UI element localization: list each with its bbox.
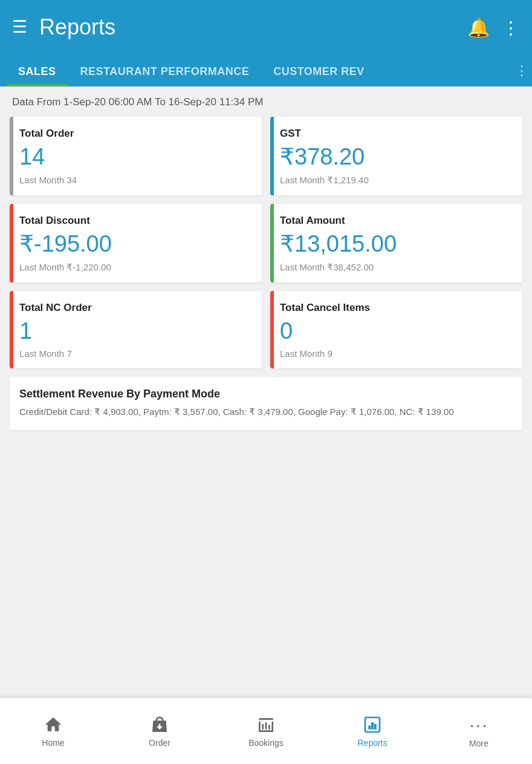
tab-sales[interactable]: SALES bbox=[6, 54, 68, 87]
nav-bookings-label: Bookings bbox=[248, 738, 284, 748]
card-total-order: Total Order 14 Last Month 34 bbox=[10, 117, 262, 195]
reports-icon bbox=[363, 715, 382, 734]
svg-rect-8 bbox=[368, 725, 371, 730]
card-total-cancel-items-last-month: Last Month 9 bbox=[280, 348, 513, 359]
svg-rect-3 bbox=[259, 730, 273, 732]
settlement-card: Settlement Revenue By Payment Mode Credi… bbox=[10, 377, 522, 430]
cards-row-3: Total NC Order 1 Last Month 7 Total Canc… bbox=[10, 291, 522, 369]
card-total-cancel-items-label: Total Cancel Items bbox=[280, 302, 513, 314]
notification-icon[interactable]: 🔔 bbox=[467, 17, 490, 38]
cards-row-2: Total Discount ₹-195.00 Last Month ₹-1,2… bbox=[10, 204, 522, 282]
nav-item-order[interactable]: Order bbox=[106, 698, 213, 764]
card-total-order-label: Total Order bbox=[19, 128, 252, 140]
svg-rect-4 bbox=[262, 723, 264, 729]
card-gst-last-month: Last Month ₹1,219.40 bbox=[280, 175, 513, 186]
card-total-amount-value: ₹13,015.00 bbox=[280, 232, 513, 257]
card-total-nc-order: Total NC Order 1 Last Month 7 bbox=[10, 291, 262, 369]
card-total-discount: Total Discount ₹-195.00 Last Month ₹-1,2… bbox=[10, 204, 262, 282]
card-total-cancel-items: Total Cancel Items 0 Last Month 9 bbox=[270, 291, 522, 369]
order-icon bbox=[150, 715, 169, 734]
nav-home-label: Home bbox=[42, 738, 64, 748]
overflow-menu-icon[interactable]: ⋮ bbox=[502, 17, 520, 38]
tab-restaurant-performance[interactable]: RESTAURANT PERFORMANCE bbox=[68, 54, 262, 87]
nav-item-home[interactable]: Home bbox=[0, 698, 106, 764]
svg-rect-9 bbox=[371, 722, 374, 730]
bookings-icon bbox=[256, 715, 276, 734]
header-actions: 🔔 ⋮ bbox=[467, 17, 520, 38]
home-icon bbox=[44, 715, 63, 734]
settlement-title: Settlement Revenue By Payment Mode bbox=[19, 388, 513, 400]
date-range: Data From 1-Sep-20 06:00 AM To 16-Sep-20… bbox=[12, 96, 522, 108]
card-total-nc-order-value: 1 bbox=[19, 319, 252, 344]
nav-item-reports[interactable]: Reports bbox=[319, 698, 426, 764]
svg-rect-6 bbox=[268, 725, 270, 730]
card-total-amount: Total Amount ₹13,015.00 Last Month ₹38,4… bbox=[270, 204, 522, 282]
nav-item-bookings[interactable]: Bookings bbox=[213, 698, 319, 764]
svg-rect-0 bbox=[259, 718, 273, 720]
main-content: Data From 1-Sep-20 06:00 AM To 16-Sep-20… bbox=[0, 87, 532, 499]
tabs-bar: SALES RESTAURANT PERFORMANCE CUSTOMER RE… bbox=[0, 54, 532, 87]
card-total-nc-order-last-month: Last Month 7 bbox=[19, 348, 252, 359]
card-total-discount-last-month: Last Month ₹-1,220.00 bbox=[19, 262, 252, 273]
nav-order-label: Order bbox=[149, 738, 170, 748]
tab-customer-rev[interactable]: CUSTOMER REV bbox=[261, 54, 377, 87]
card-total-amount-last-month: Last Month ₹38,452.00 bbox=[280, 262, 513, 273]
card-gst-label: GST bbox=[280, 128, 513, 140]
cards-row-1: Total Order 14 Last Month 34 GST ₹378.20… bbox=[10, 117, 522, 195]
menu-icon[interactable]: ☰ bbox=[12, 19, 27, 36]
card-gst-value: ₹378.20 bbox=[280, 145, 513, 170]
nav-more-label: More bbox=[469, 739, 488, 748]
card-total-amount-label: Total Amount bbox=[280, 215, 513, 227]
card-total-discount-value: ₹-195.00 bbox=[19, 232, 252, 257]
nav-reports-label: Reports bbox=[357, 738, 387, 748]
card-total-order-value: 14 bbox=[19, 145, 252, 170]
card-gst: GST ₹378.20 Last Month ₹1,219.40 bbox=[270, 117, 522, 195]
card-total-discount-label: Total Discount bbox=[19, 215, 252, 227]
bottom-nav: Home Order Bookings Reports ·· bbox=[0, 697, 532, 764]
header-title: Reports bbox=[39, 15, 467, 40]
svg-rect-5 bbox=[265, 722, 267, 730]
scroll-indicator: ⋮ bbox=[515, 63, 528, 79]
card-total-order-last-month: Last Month 34 bbox=[19, 175, 252, 185]
card-total-cancel-items-value: 0 bbox=[280, 319, 513, 344]
settlement-details: Credit/Debit Card: ₹ 4,903.00, Paytm: ₹ … bbox=[19, 405, 513, 419]
svg-rect-10 bbox=[374, 723, 377, 729]
header: ☰ Reports 🔔 ⋮ bbox=[0, 0, 532, 54]
nav-item-more[interactable]: ··· More bbox=[426, 698, 532, 764]
card-total-nc-order-label: Total NC Order bbox=[19, 302, 252, 314]
more-dots-icon: ··· bbox=[469, 714, 488, 735]
